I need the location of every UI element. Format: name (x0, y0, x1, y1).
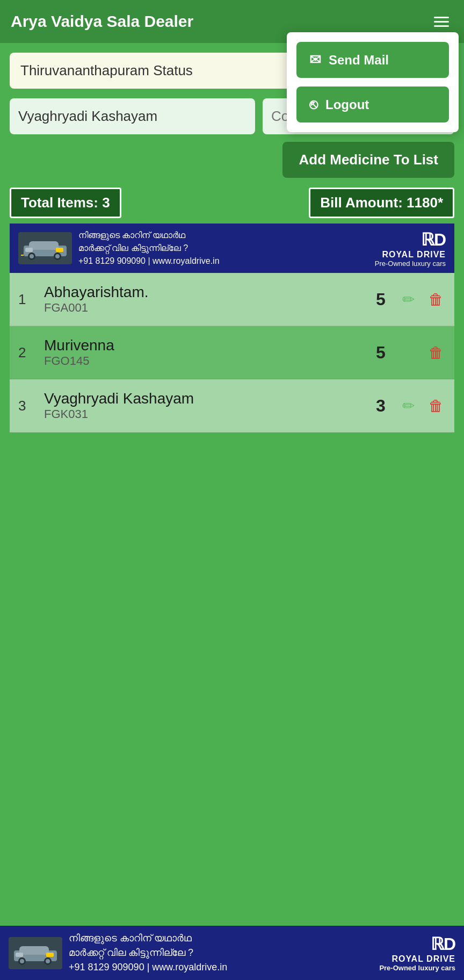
pencil-icon: ✏ (402, 344, 415, 361)
logout-icon: ⎋ (309, 96, 318, 113)
send-mail-button[interactable]: ✉ Send Mail (296, 42, 449, 78)
dropdown-menu: ✉ Send Mail ⎋ Logout (287, 32, 459, 132)
item-actions: ✏ 🗑 (400, 342, 446, 364)
edit-button[interactable]: ✏ (400, 342, 417, 364)
ad-text-top: നിങ്ങളുടെ കാറിന് യഥാർഥ മാർക്കറ്റ് വില കി… (78, 229, 368, 268)
trash-icon: 🗑 (429, 344, 444, 361)
edit-button[interactable]: ✏ (400, 395, 417, 417)
ad-logo-bottom: ℝD ROYAL DRIVE Pre-Owned luxury cars (379, 934, 455, 972)
item-count: 5 (370, 343, 392, 363)
add-medicine-button[interactable]: Add Medicine To List (282, 142, 454, 178)
menu-bar-3 (434, 25, 449, 27)
ad-logo-top: ℝD ROYAL DRIVE Pre-Owned luxury cars (375, 229, 446, 268)
item-number: 3 (18, 398, 38, 414)
medicine-list-item: 3 Vyaghryadi Kashayam FGK031 3 ✏ 🗑 (10, 379, 454, 433)
pencil-icon: ✏ (402, 291, 415, 308)
logout-label: Logout (325, 97, 369, 112)
item-code: FGO145 (44, 354, 370, 368)
item-details: Murivenna FGO145 (44, 337, 370, 368)
menu-bar-2 (434, 21, 449, 23)
item-details: Vyaghryadi Kashayam FGK031 (44, 390, 370, 421)
item-name: Vyaghryadi Kashayam (44, 390, 370, 407)
trash-icon: 🗑 (429, 398, 444, 414)
ad-car-image-bottom (9, 937, 62, 969)
medicine-list-item: 1 Abhayarishtam. FGA001 5 ✏ 🗑 (10, 273, 454, 326)
total-items-badge: Total Items: 3 (10, 188, 121, 218)
send-mail-label: Send Mail (329, 53, 389, 68)
svg-rect-16 (46, 953, 54, 957)
svg-rect-1 (29, 241, 59, 250)
item-name: Murivenna (44, 337, 370, 354)
item-number: 1 (18, 291, 38, 308)
menu-bar-1 (434, 17, 449, 18)
logout-button[interactable]: ⎋ Logout (296, 87, 449, 122)
car-svg-bottom (11, 940, 60, 967)
car-svg (21, 235, 69, 262)
item-name: Abhayarishtam. (44, 284, 370, 301)
app-title: Arya Vaidya Sala Dealer (11, 12, 193, 31)
delete-button[interactable]: 🗑 (426, 342, 446, 364)
delete-button[interactable]: 🗑 (426, 395, 446, 417)
pencil-icon: ✏ (402, 398, 415, 414)
ad-banner-top: നിങ്ങളുടെ കാറിന് യഥാർഥ മാർക്കറ്റ് വില കി… (10, 224, 454, 273)
svg-rect-15 (16, 953, 23, 957)
trash-icon: 🗑 (429, 291, 444, 308)
bill-amount-badge: Bill Amount: 1180* (309, 188, 454, 218)
item-actions: ✏ 🗑 (400, 289, 446, 311)
ad-text-bottom: നിങ്ങളുടെ കാറിന് യഥാർഥ മാർക്കറ്റ് വില കി… (69, 931, 373, 975)
item-number: 2 (18, 344, 38, 361)
item-count: 3 (370, 396, 392, 416)
item-details: Abhayarishtam. FGA001 (44, 284, 370, 315)
svg-point-14 (46, 959, 50, 963)
item-actions: ✏ 🗑 (400, 395, 446, 417)
ad-car-image (18, 232, 72, 264)
mail-icon: ✉ (309, 52, 321, 68)
item-code: FGA001 (44, 301, 370, 315)
medicine-name-input[interactable] (10, 98, 255, 134)
menu-button[interactable] (430, 12, 453, 31)
summary-bar: Total Items: 3 Bill Amount: 1180* (10, 188, 454, 218)
medicine-list-item: 2 Murivenna FGO145 5 ✏ 🗑 (10, 326, 454, 379)
ad-banner-bottom: നിങ്ങളുടെ കാറിന് യഥാർഥ മാർക്കറ്റ് വില കി… (0, 926, 464, 980)
svg-rect-7 (56, 248, 63, 252)
svg-rect-10 (19, 946, 49, 955)
svg-point-3 (30, 254, 34, 258)
svg-rect-6 (25, 248, 33, 252)
medicine-list: 1 Abhayarishtam. FGA001 5 ✏ 🗑 2 Murivenn… (10, 273, 454, 433)
delete-button[interactable]: 🗑 (426, 289, 446, 311)
item-count: 5 (370, 290, 392, 309)
item-code: FGK031 (44, 407, 370, 421)
edit-button[interactable]: ✏ (400, 289, 417, 311)
svg-point-12 (20, 959, 24, 963)
svg-point-5 (55, 254, 60, 258)
